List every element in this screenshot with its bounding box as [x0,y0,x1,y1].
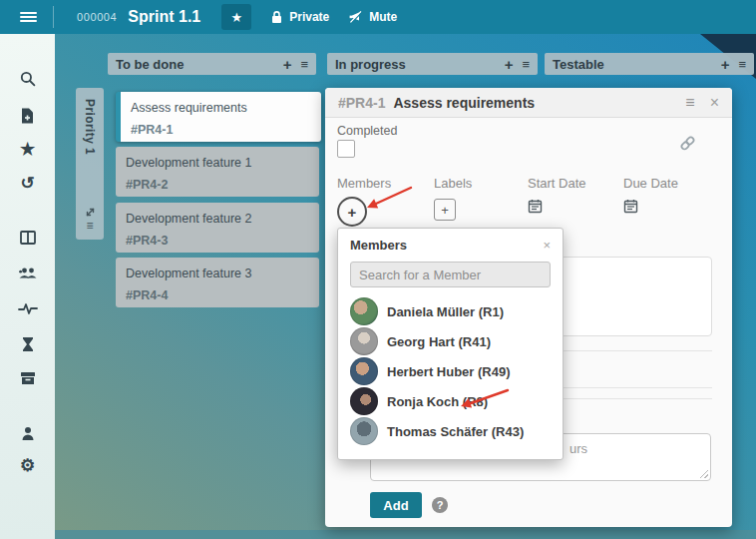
swimlane-label: Priority 1 [83,99,97,155]
card-detail-id: #PR4-1 [338,95,385,111]
app-window: 000004 Sprint 1.1 ★ Private Mute [0,0,756,539]
member-search-input[interactable]: Search for a Member [350,262,551,287]
history-icon[interactable]: ↺ [0,175,55,192]
labels-field-label: Labels [434,176,472,191]
column-title: In progress [335,57,406,72]
star-favorites-icon[interactable]: ★ [0,141,55,158]
member-row-thomas-schaefer[interactable]: Thomas Schäfer (R43) [338,416,563,446]
add-member-button[interactable]: + [337,197,367,227]
activity-pulse-icon[interactable] [0,300,55,319]
members-field-label: Members [337,176,391,191]
completed-label: Completed [337,124,397,138]
card-detail-title: Assess requirements [393,95,535,111]
add-card-icon[interactable]: + [505,56,514,73]
start-date-field-label: Start Date [528,176,586,191]
top-bar: 000004 Sprint 1.1 ★ Private Mute [0,0,756,34]
board-number: 000004 [77,11,117,23]
topbar-divider [53,6,54,28]
swimlane-priority-1[interactable]: Priority 1 ≡ [76,88,104,240]
card-id: #PR4-4 [126,288,309,302]
member-search-placeholder: Search for a Member [359,268,481,282]
column-title: Testable [553,57,604,72]
avatar [350,417,378,445]
add-button[interactable]: Add [370,492,422,518]
add-card-icon[interactable]: + [721,56,730,73]
add-label-button[interactable]: + [434,199,456,221]
card-title: Assess requirements [131,101,311,115]
column-header-testable[interactable]: Testable + ≡ [545,53,754,75]
avatar [350,327,378,355]
mute-icon [348,10,363,24]
left-sidebar: ★ ↺ [0,34,55,539]
due-date-calendar-icon[interactable] [623,199,638,218]
private-label: Private [289,10,329,24]
member-row-georg-hart[interactable]: Georg Hart (R41) [338,326,563,356]
completed-checkbox[interactable] [337,140,355,158]
members-popup-header: Members × [338,229,563,259]
card-id: #PR4-2 [126,178,309,192]
resize-handle[interactable] [699,469,708,478]
member-row-daniela-mueller[interactable]: Daniela Müller (R1) [338,296,563,326]
avatar [350,387,378,415]
card-id: #PR4-1 [131,123,311,137]
card-title: Development feature 3 [126,267,309,280]
avatar [350,297,378,325]
avatar [350,357,378,385]
column-menu-icon[interactable]: ≡ [522,57,530,72]
plus-icon: + [441,203,449,218]
card-development-feature-3[interactable]: Development feature 3 #PR4-4 [116,258,319,307]
members-popup-title: Members [350,238,407,253]
mute-toggle[interactable]: Mute [348,10,397,24]
card-id: #PR4-3 [126,234,309,248]
board-columns-icon[interactable] [0,230,55,249]
person-icon[interactable] [0,425,55,445]
file-plus-icon[interactable] [0,107,55,128]
search-icon[interactable] [0,70,55,91]
card-assess-requirements[interactable]: Assess requirements #PR4-1 [116,92,321,142]
column-menu-icon[interactable]: ≡ [300,57,308,72]
plus-icon: + [348,204,357,221]
star-board-button[interactable]: ★ [221,4,251,30]
card-title: Development feature 1 [126,156,309,170]
column-header-in-progress[interactable]: In progress + ≡ [327,53,538,75]
comment-placeholder-fragment: urs [569,441,587,456]
star-icon: ★ [230,10,242,25]
member-row-ronja-koch[interactable]: Ronja Koch (R8) [338,386,563,416]
column-header-to-be-done[interactable]: To be done + ≡ [108,53,316,75]
start-date-calendar-icon[interactable] [528,199,543,218]
close-modal-icon[interactable]: × [710,94,719,112]
close-popup-icon[interactable]: × [543,238,551,253]
card-title: Development feature 2 [126,212,309,226]
modal-header: #PR4-1 Assess requirements ≡ × [325,88,732,118]
add-card-icon[interactable]: + [283,56,292,73]
member-list: Daniela Müller (R1) Georg Hart (R41) Her… [338,296,563,446]
menu-hamburger-icon[interactable] [20,12,37,23]
hourglass-icon[interactable] [0,335,55,356]
private-toggle[interactable]: Private [270,10,329,24]
card-development-feature-2[interactable]: Development feature 2 #PR4-3 [116,203,319,253]
link-icon[interactable] [679,135,696,156]
archive-icon[interactable] [0,370,55,389]
mute-label: Mute [369,10,397,24]
collapse-swimlane-icon[interactable] [85,207,96,218]
due-date-field-label: Due Date [623,176,678,191]
column-menu-icon[interactable]: ≡ [738,57,746,72]
members-popup: Members × Search for a Member Daniela Mü… [337,228,564,460]
swimlane-drag-handle-icon[interactable]: ≡ [86,219,93,233]
board-title: Sprint 1.1 [128,8,200,26]
gear-icon[interactable]: ⚙ [0,457,55,474]
column-title: To be done [116,57,184,72]
lock-icon [270,10,283,24]
card-menu-icon[interactable]: ≡ [685,94,694,112]
background-bottom-band [55,530,756,539]
users-icon[interactable] [0,265,55,283]
card-development-feature-1[interactable]: Development feature 1 #PR4-2 [116,147,319,197]
member-row-herbert-huber[interactable]: Herbert Huber (R49) [338,356,563,386]
help-icon[interactable]: ? [432,497,448,513]
